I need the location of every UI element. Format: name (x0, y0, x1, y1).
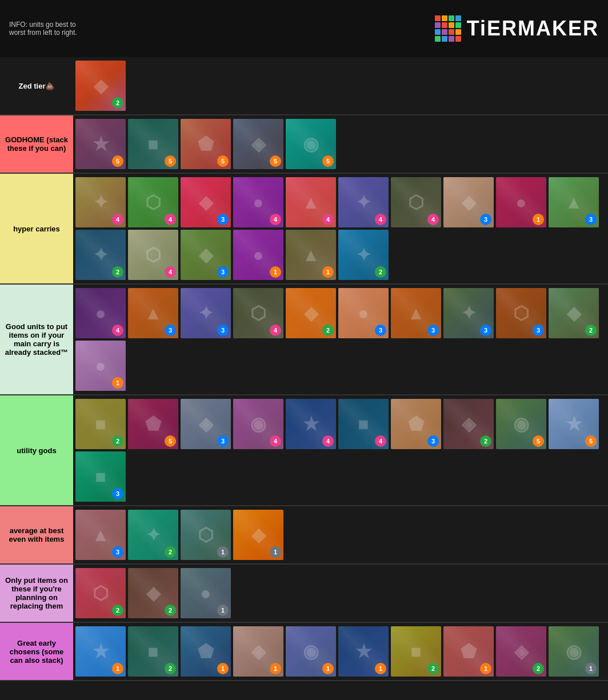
champ-cell: ■2 (128, 626, 178, 677)
champ-badge: 3 (480, 214, 491, 225)
champ-badge: 5 (165, 435, 176, 447)
header-info: INFO: units go best to worst from left t… (9, 21, 83, 37)
header: INFO: units go best to worst from left t… (0, 0, 608, 57)
champ-cell: ✦3 (443, 288, 494, 338)
champ-badge: 4 (270, 435, 281, 447)
logo-text: TiERMAKER (467, 17, 599, 41)
tier-row-great-early: Great early chosens (some can also stack… (0, 623, 608, 681)
champ-cell: ●1 (233, 230, 283, 280)
champ-badge: 3 (427, 435, 439, 447)
champ-cell: ▲3 (549, 177, 599, 227)
champ-badge: 2 (427, 663, 439, 674)
app-container: INFO: units go best to worst from left t… (0, 0, 608, 681)
champ-cell: ■4 (338, 399, 389, 449)
tier-label-utility-gods: utility gods (0, 395, 73, 505)
champ-cell: ◉4 (233, 399, 283, 449)
champ-cell: ⬟5 (181, 119, 231, 169)
champ-cell: ●3 (338, 288, 389, 338)
champ-cell: ■3 (75, 451, 126, 502)
champ-badge: 5 (322, 155, 334, 167)
champ-cell: ★4 (286, 399, 336, 449)
champ-badge: 2 (112, 266, 123, 278)
champ-badge: 1 (217, 605, 229, 616)
champ-cell: ⬡2 (75, 568, 126, 618)
tier-label-great-early: Great early chosens (some can also stack… (0, 623, 73, 680)
champ-badge: 1 (112, 663, 123, 674)
tier-row-replace: Only put items on these if you're planni… (0, 565, 608, 623)
champ-badge: 2 (533, 663, 544, 674)
champ-badge: 4 (165, 266, 176, 278)
tier-row-godhome: GODHOME (stack these if you can)★5■5⬟5◈5… (0, 115, 608, 174)
tier-items-godhome: ★5■5⬟5◈5◉5 (73, 115, 608, 173)
champ-badge: 1 (480, 663, 491, 674)
champ-cell: ▲3 (75, 510, 126, 560)
champ-cell: ⬟3 (391, 399, 441, 449)
champ-badge: 4 (322, 214, 334, 225)
champ-cell: ✦4 (75, 177, 126, 227)
champ-cell: ●1 (75, 341, 126, 391)
champ-badge: 2 (165, 663, 176, 674)
champ-badge: 4 (112, 325, 123, 336)
champ-cell: ◆3 (443, 177, 494, 227)
champ-cell: ✦4 (338, 177, 389, 227)
champ-badge: 3 (375, 325, 386, 336)
champ-cell: ◈1 (233, 626, 283, 677)
champ-cell: ⬡4 (128, 177, 178, 227)
champ-badge: 3 (585, 214, 597, 225)
tier-label-replace: Only put items on these if you're planni… (0, 565, 73, 622)
champ-cell: ★1 (338, 626, 389, 677)
tier-items-zed-tier: ◆2 (73, 57, 608, 114)
tier-items-utility-gods: ■2⬟5◈3◉4★4■4⬟3◈2◉5★5■3 (73, 395, 608, 505)
champ-cell: ⬟5 (128, 399, 178, 449)
champ-badge: 1 (322, 266, 334, 278)
champ-cell: ★1 (75, 626, 126, 677)
champ-cell: ◉5 (496, 399, 546, 449)
champ-cell: ●1 (181, 568, 231, 618)
champ-badge: 3 (217, 435, 229, 447)
champ-badge: 3 (112, 488, 123, 499)
champ-badge: 4 (375, 435, 386, 447)
champ-cell: ●1 (496, 177, 546, 227)
champ-badge: 5 (533, 435, 544, 447)
champ-cell: ◈2 (496, 626, 546, 677)
champ-badge: 5 (112, 155, 123, 167)
champ-cell: ⬡1 (181, 510, 231, 560)
tier-row-good-units: Good units to put items on if your main … (0, 285, 608, 395)
champ-badge: 1 (217, 546, 229, 558)
champ-cell: ⬡4 (391, 177, 441, 227)
champ-cell: ⬡3 (496, 288, 546, 338)
champ-cell: ■2 (391, 626, 441, 677)
champ-cell: ▲3 (391, 288, 441, 338)
tier-items-average: ▲3✦2⬡1◆1 (73, 506, 608, 563)
champ-badge: 1 (217, 663, 229, 674)
tier-label-godhome: GODHOME (stack these if you can) (0, 115, 73, 173)
champ-badge: 5 (270, 155, 281, 167)
tier-items-replace: ⬡2◆2●1 (73, 565, 608, 622)
champ-cell: ⬡4 (233, 288, 283, 338)
champ-cell: ▲4 (286, 177, 336, 227)
champ-cell: ▲1 (286, 230, 336, 280)
tier-label-hyper-carries: hyper carries (0, 174, 73, 283)
champ-badge: 1 (270, 546, 281, 558)
tier-items-hyper-carries: ✦4⬡4◆3●4▲4✦4⬡4◆3●1▲3✦2⬡4◆3●1▲1✦2 (73, 174, 608, 283)
champ-cell: ▲3 (128, 288, 178, 338)
champ-badge: 2 (112, 97, 123, 109)
logo-grid-icon (435, 15, 461, 42)
champ-badge: 2 (375, 266, 386, 278)
champ-badge: 1 (270, 663, 281, 674)
tier-row-utility-gods: utility gods■2⬟5◈3◉4★4■4⬟3◈2◉5★5■3 (0, 395, 608, 506)
champ-badge: 2 (165, 546, 176, 558)
champ-cell: ●4 (233, 177, 283, 227)
champ-cell: ★5 (75, 119, 126, 169)
champ-cell: ⬟1 (443, 626, 494, 677)
champ-badge: 4 (165, 214, 176, 225)
champ-cell: ⬟1 (181, 626, 231, 677)
tier-items-good-units: ●4▲3✦3⬡4◆2●3▲3✦3⬡3◆2●1 (73, 285, 608, 394)
champ-cell: ✦2 (128, 510, 178, 560)
champ-cell: ◆2 (549, 288, 599, 338)
tier-label-zed-tier: Zed tier💩 (0, 57, 73, 114)
champ-badge: 3 (217, 266, 229, 278)
champ-cell: ◈3 (181, 399, 231, 449)
champ-cell: ✦3 (181, 288, 231, 338)
champ-badge: 3 (165, 325, 176, 336)
